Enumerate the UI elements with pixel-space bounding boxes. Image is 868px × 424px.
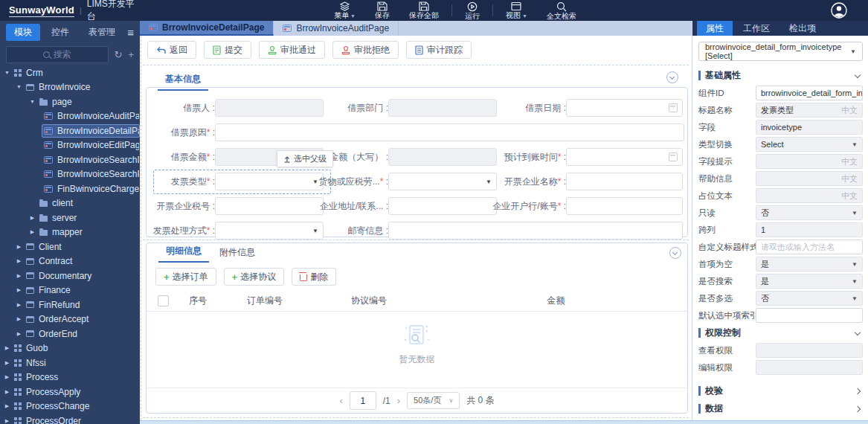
next-page-icon[interactable]: › <box>397 395 400 406</box>
date-input[interactable] <box>566 148 683 166</box>
collapse-section-icon[interactable] <box>666 71 678 83</box>
save-button[interactable]: 保存 <box>365 0 399 21</box>
section-data[interactable]: 数据 <box>698 401 863 417</box>
fulltext-search-button[interactable]: 全文检索 <box>537 0 586 21</box>
editor-tab-active[interactable]: BrrowInvoiceDetailPage <box>140 21 274 36</box>
default-index-input[interactable] <box>756 308 863 323</box>
field-hint-input[interactable]: 中文 <box>756 154 863 169</box>
tree-item[interactable]: OrderAccept <box>0 312 140 327</box>
submit-button[interactable]: 提交 <box>204 41 251 59</box>
field-input[interactable]: invoicetype <box>756 120 863 135</box>
select-order-button[interactable]: +选择订单 <box>155 268 216 286</box>
tree-item[interactable]: Process <box>0 370 140 385</box>
tab-checkout[interactable]: 检出项 <box>780 21 825 36</box>
tab-controls[interactable]: 控件 <box>43 24 77 41</box>
section-permission[interactable]: 权限控制 <box>698 325 863 341</box>
select-agreement-button[interactable]: +选择协议 <box>224 268 285 286</box>
save-all-button[interactable]: 保存全部 <box>399 0 449 21</box>
view-button[interactable]: 视图▼ <box>496 0 537 21</box>
delete-button[interactable]: 删除 <box>292 268 336 286</box>
tree-item[interactable]: Client <box>0 240 140 254</box>
tree-item[interactable]: mapper <box>0 225 140 240</box>
text-input[interactable] <box>566 197 683 215</box>
tree-item[interactable]: Contract <box>0 254 140 269</box>
form-field-address[interactable]: 企业地址/联系... <box>308 197 497 215</box>
approve-button[interactable]: 审批通过 <box>259 41 325 59</box>
date-input[interactable] <box>566 99 683 117</box>
tree-item[interactable]: Documentary <box>0 269 140 283</box>
form-field-amount-words[interactable]: 金额（大写） <box>308 148 497 166</box>
form-field-date[interactable]: 借票日期 <box>486 99 683 117</box>
user-avatar[interactable] <box>831 2 847 19</box>
hamburger-icon[interactable]: ≡ <box>127 27 134 38</box>
title-name-input[interactable]: 发票类型中文 <box>756 103 863 118</box>
type-switch-select[interactable]: Select▼ <box>756 137 863 152</box>
editor-tab[interactable]: BrrowInvoiceAuditPage <box>274 21 399 36</box>
tab-properties[interactable]: 属性 <box>697 21 733 36</box>
tab-modules[interactable]: 模块 <box>6 24 40 41</box>
tree-item[interactable]: ProcessApply <box>0 385 140 399</box>
tree-item[interactable]: BrrowInvoiceSearchPage <box>0 167 140 182</box>
edit-permission-input[interactable] <box>756 360 863 375</box>
tab-detail-info[interactable]: 明细信息 <box>158 242 209 263</box>
form-field-invoice-type-selected[interactable]: 发票类型 <box>146 173 324 190</box>
collapse-section-icon[interactable] <box>669 247 681 259</box>
colspan-input[interactable]: 1 <box>756 222 863 237</box>
prev-page-icon[interactable]: ‹ <box>339 395 342 406</box>
add-icon[interactable]: + <box>128 50 134 60</box>
form-field-process-method[interactable]: 发票处理方式 <box>146 222 324 240</box>
reject-button[interactable]: 审批拒绝 <box>332 41 399 59</box>
form-field-department[interactable]: 借票部门 <box>308 99 497 117</box>
text-input[interactable] <box>388 197 497 215</box>
tree-item[interactable]: BrrowInvoice <box>0 80 140 95</box>
text-input-disabled[interactable] <box>388 99 497 117</box>
search-input[interactable]: 搜索 <box>6 46 109 63</box>
form-field-bank-account[interactable]: 企业开户行/账号 <box>486 197 683 215</box>
custom-title-style-input[interactable]: 请双击或输入方法名 <box>756 240 863 254</box>
section-validation[interactable]: 校验 <box>698 383 863 399</box>
select-input[interactable] <box>388 173 497 190</box>
menu-button[interactable]: 菜单▼ <box>324 0 365 21</box>
page-number-input[interactable] <box>350 391 376 410</box>
page-size-select[interactable]: 50条/页 ∨ <box>407 392 460 409</box>
text-input[interactable] <box>566 173 683 190</box>
tree-item[interactable]: ProcessOrder <box>0 414 140 424</box>
tree-item[interactable]: page <box>0 94 140 109</box>
help-info-input[interactable]: 中文 <box>756 171 863 186</box>
form-field-reason[interactable]: 借票原因 <box>146 123 684 141</box>
tree-item[interactable]: Nfssi <box>0 356 140 370</box>
tree-item[interactable]: BrrowInvoiceEditPage <box>0 138 140 153</box>
tab-table-mgmt[interactable]: 表管理 <box>80 24 123 41</box>
form-field-company-name[interactable]: 开票企业名称 <box>486 173 683 190</box>
form-field-mail-info[interactable]: 邮寄信息 <box>308 222 683 240</box>
tree-item[interactable]: BrrowInvoiceSearchDealPage <box>0 152 140 167</box>
text-input[interactable] <box>388 222 683 240</box>
component-selector[interactable]: brrowinvoice_detail_form_invoicetype [Se… <box>698 42 863 61</box>
select-parent-tip[interactable]: 选中父级 <box>277 150 333 167</box>
form-field-expected-time[interactable]: 预计到账时间 <box>486 148 683 166</box>
audit-trail-button[interactable]: 审计跟踪 <box>406 41 472 59</box>
section-basic-props[interactable]: 基础属性 <box>698 68 863 83</box>
refresh-icon[interactable]: ↻ <box>115 50 123 60</box>
readonly-select[interactable]: 否▼ <box>756 205 863 220</box>
tree-item[interactable]: OrderEnd <box>0 327 140 341</box>
back-button[interactable]: 返回 <box>147 41 196 59</box>
text-input-disabled[interactable] <box>388 148 497 166</box>
form-field-tax-no[interactable]: 开票企业税号 <box>146 197 324 215</box>
first-item-empty-select[interactable]: 是▼ <box>756 257 863 272</box>
tree-item[interactable]: Crm <box>0 65 140 80</box>
form-field-goods-service[interactable]: 货物或应税劳... <box>308 173 497 190</box>
text-input[interactable] <box>215 123 684 141</box>
tree-item[interactable]: ProcessChange <box>0 399 140 414</box>
tab-attachment-info[interactable]: 附件信息 <box>212 243 263 263</box>
placeholder-text-input[interactable]: 中文 <box>756 188 863 203</box>
tree-item[interactable]: Finance <box>0 283 140 298</box>
tree-item-selected[interactable]: BrrowInvoiceDetailPage <box>0 123 140 138</box>
tree-item[interactable]: FinRefund <box>0 298 140 312</box>
view-permission-input[interactable] <box>756 343 863 358</box>
tab-workspace[interactable]: 工作区 <box>734 21 779 36</box>
form-field-borrower[interactable]: 借票人 <box>146 99 324 117</box>
tree-item[interactable]: client <box>0 196 140 211</box>
tree-item[interactable]: Guob <box>0 341 140 356</box>
multiselect-select[interactable]: 否▼ <box>756 291 863 306</box>
